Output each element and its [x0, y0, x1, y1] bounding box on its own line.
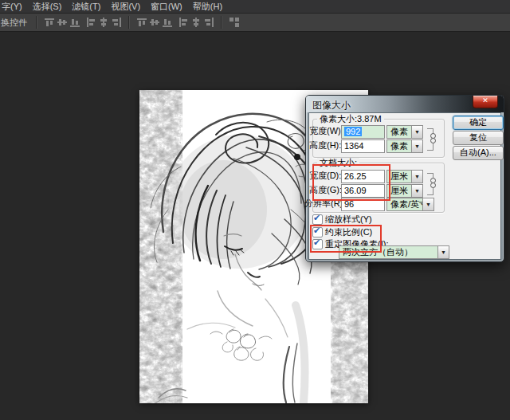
menu-type[interactable]: 字(Y): [0, 1, 29, 13]
align-horizontal-centers-icon[interactable]: [99, 18, 108, 27]
distribute-top-edges-icon[interactable]: [137, 18, 147, 27]
auto-button[interactable]: 自动(A)...: [453, 146, 504, 160]
resample-method-select[interactable]: 两次立方（自动）: [339, 245, 439, 259]
chevron-down-icon[interactable]: ▼: [422, 198, 434, 211]
resolution-unit-select[interactable]: 像素/英寸: [386, 198, 425, 211]
menu-select[interactable]: 选择(S): [29, 1, 69, 13]
pixel-height-unit-select[interactable]: 像素: [386, 139, 413, 153]
menu-bar: 字(Y) 选择(S) 滤镜(T) 视图(V) 窗口(W) 帮助(H): [0, 0, 510, 14]
chevron-down-icon[interactable]: ▼: [411, 184, 423, 198]
photoshop-window: 字(Y) 选择(S) 滤镜(T) 视图(V) 窗口(W) 帮助(H) 换控件: [0, 0, 510, 420]
pixel-size-group-label: 像素大小:3.87M: [317, 114, 384, 124]
distribute-vertical-centers-icon[interactable]: [150, 18, 159, 27]
chevron-down-icon[interactable]: ▼: [411, 139, 423, 153]
pixel-width-value: 992: [344, 127, 362, 136]
show-transform-controls-label[interactable]: 换控件: [0, 17, 32, 29]
options-bar: 换控件: [0, 14, 510, 32]
chevron-down-icon[interactable]: ▼: [437, 245, 449, 259]
image-size-dialog: 图像大小 ✕ 像素大小:3.87M 宽度(W): 992 像素 ▼ 高度(H):…: [305, 95, 504, 262]
toolbar-separator: [221, 16, 222, 29]
constrain-proportions-label: 约束比例(C): [325, 227, 372, 237]
resolution-label: 分辨率(R):: [304, 198, 339, 210]
pixel-height-label: 高度(H):: [309, 139, 339, 151]
pixel-width-label: 宽度(W):: [309, 125, 339, 137]
reset-button[interactable]: 复位: [453, 131, 504, 145]
auto-align-layers-icon[interactable]: [230, 18, 239, 27]
resample-image-checkbox[interactable]: ✔: [312, 239, 323, 249]
align-bottom-edges-icon[interactable]: [70, 18, 80, 27]
link-chain-icon: [430, 178, 436, 188]
check-icon: ✔: [313, 213, 320, 223]
document-size-group-label: 文档大小:: [317, 158, 359, 167]
doc-height-label: 高度(G):: [309, 184, 339, 196]
scale-styles-label: 缩放样式(Y): [325, 214, 372, 225]
align-left-edges-icon[interactable]: [86, 18, 96, 27]
distribute-bottom-edges-icon[interactable]: [163, 18, 172, 27]
doc-width-label: 宽度(D):: [309, 170, 339, 182]
constrain-proportions-checkbox[interactable]: ✔: [312, 227, 323, 237]
chevron-down-icon[interactable]: ▼: [411, 170, 423, 183]
doc-width-field[interactable]: 26.25: [341, 170, 385, 183]
doc-width-unit-select[interactable]: 厘米: [386, 170, 413, 183]
dialog-title: 图像大小: [312, 99, 351, 112]
menu-filter[interactable]: 滤镜(T): [69, 1, 108, 13]
close-icon[interactable]: ✕: [473, 96, 498, 108]
distribute-right-edges-icon[interactable]: [204, 18, 214, 27]
align-vertical-centers-icon[interactable]: [57, 18, 67, 27]
dialog-body: 像素大小:3.87M 宽度(W): 992 像素 ▼ 高度(H): 1364 像…: [308, 112, 501, 260]
menu-window[interactable]: 窗口(W): [147, 1, 190, 13]
ok-button[interactable]: 确定: [453, 116, 504, 130]
distribute-left-edges-icon[interactable]: [178, 18, 188, 27]
check-icon: ✔: [313, 237, 320, 248]
toolbar-separator: [128, 16, 130, 29]
doc-height-field[interactable]: 36.09: [341, 184, 385, 198]
resolution-field[interactable]: 96: [341, 198, 385, 211]
chevron-down-icon[interactable]: ▼: [411, 125, 423, 139]
check-icon: ✔: [313, 226, 320, 236]
align-right-edges-icon[interactable]: [112, 18, 121, 27]
pixel-width-unit-select[interactable]: 像素: [386, 125, 413, 139]
dialog-title-bar[interactable]: 图像大小 ✕: [306, 96, 504, 112]
toolbar-separator: [36, 16, 37, 29]
link-chain-icon: [430, 133, 436, 143]
menu-view[interactable]: 视图(V): [108, 1, 147, 13]
menu-help[interactable]: 帮助(H): [190, 1, 230, 13]
pixel-width-field[interactable]: 992: [341, 125, 385, 139]
scale-styles-checkbox[interactable]: ✔: [312, 214, 323, 225]
pixel-height-field[interactable]: 1364: [341, 139, 385, 153]
align-top-edges-icon[interactable]: [45, 18, 54, 27]
distribute-horizontal-centers-icon[interactable]: [191, 18, 201, 27]
doc-height-unit-select[interactable]: 厘米: [386, 184, 413, 198]
